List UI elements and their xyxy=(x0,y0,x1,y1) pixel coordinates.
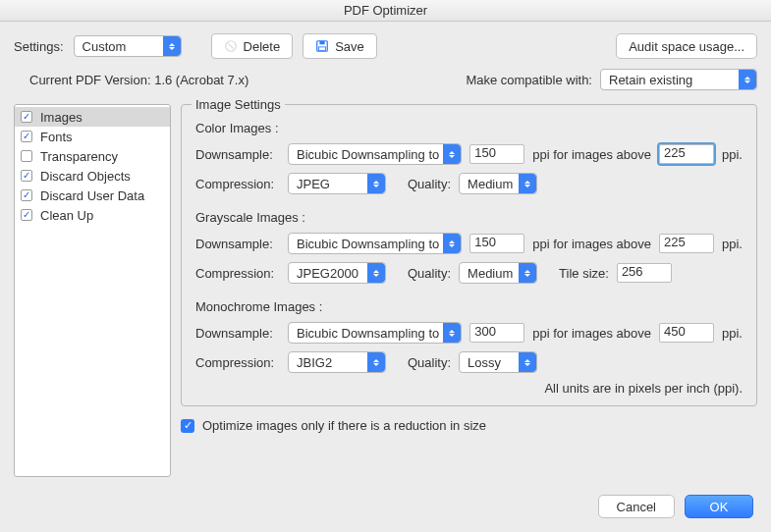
color-downsample-select[interactable]: Bicubic Downsampling to xyxy=(288,143,462,165)
sidebar-item-label: Transparency xyxy=(40,149,118,164)
chevron-updown-icon xyxy=(367,263,385,283)
mono-quality-select[interactable]: Lossy xyxy=(459,351,537,373)
ppi-above-label: ppi for images above xyxy=(532,237,651,251)
svg-line-1 xyxy=(228,43,233,48)
window-title: PDF Optimizer xyxy=(0,0,771,22)
save-icon xyxy=(315,39,329,53)
sidebar-checkbox[interactable] xyxy=(21,170,32,182)
category-sidebar: ImagesFontsTransparencyDiscard ObjectsDi… xyxy=(14,104,171,477)
compression-label: Compression: xyxy=(195,177,280,191)
chevron-updown-icon xyxy=(443,323,461,343)
settings-value: Custom xyxy=(83,39,127,54)
ppi-suffix: ppi. xyxy=(722,237,743,251)
tile-size-label: Tile size: xyxy=(559,266,609,281)
quality-label: Quality: xyxy=(408,355,451,370)
ok-button[interactable]: OK xyxy=(685,495,753,518)
gray-tile-input[interactable]: 256 xyxy=(617,263,672,283)
compat-label: Make compatible with: xyxy=(466,73,592,87)
mono-compression-select[interactable]: JBIG2 xyxy=(288,351,386,373)
delete-button[interactable]: Delete xyxy=(211,33,294,59)
sidebar-item-transparency[interactable]: Transparency xyxy=(15,146,170,166)
sidebar-item-label: Images xyxy=(40,110,83,125)
mono-images-title: Monochrome Images : xyxy=(195,299,743,314)
chevron-updown-icon xyxy=(519,263,536,283)
chevron-updown-icon xyxy=(519,174,536,193)
ppi-suffix: ppi. xyxy=(722,326,743,341)
sidebar-item-clean-up[interactable]: Clean Up xyxy=(15,205,170,225)
quality-label: Quality: xyxy=(408,266,451,281)
settings-label: Settings: xyxy=(14,39,64,54)
compat-select[interactable]: Retain existing xyxy=(600,69,757,90)
sidebar-checkbox[interactable] xyxy=(21,131,32,142)
save-label: Save xyxy=(335,39,364,54)
compression-label: Compression: xyxy=(195,355,280,370)
sidebar-item-label: Discard User Data xyxy=(40,188,144,203)
ppi-suffix: ppi. xyxy=(722,147,743,162)
sidebar-checkbox[interactable] xyxy=(21,150,32,162)
color-ppi-input[interactable]: 150 xyxy=(469,144,524,164)
audit-label: Audit space usage... xyxy=(629,39,744,54)
color-quality-select[interactable]: Medium xyxy=(459,173,537,194)
sidebar-item-fonts[interactable]: Fonts xyxy=(15,127,170,146)
gray-downsample-select[interactable]: Bicubic Downsampling to xyxy=(288,233,462,254)
chevron-updown-icon xyxy=(519,352,536,372)
compat-value: Retain existing xyxy=(609,73,692,87)
chevron-updown-icon xyxy=(367,352,385,372)
sidebar-item-images[interactable]: Images xyxy=(15,107,170,127)
sidebar-checkbox[interactable] xyxy=(21,209,32,221)
ppi-above-label: ppi for images above xyxy=(532,326,651,341)
units-note: All units are in pixels per inch (ppi). xyxy=(195,381,743,396)
settings-select[interactable]: Custom xyxy=(74,35,182,57)
quality-label: Quality: xyxy=(408,177,451,191)
sidebar-item-discard-user-data[interactable]: Discard User Data xyxy=(15,186,170,205)
delete-icon xyxy=(224,39,238,53)
cancel-button[interactable]: Cancel xyxy=(598,495,675,518)
sidebar-item-label: Clean Up xyxy=(40,208,93,223)
chevron-updown-icon xyxy=(367,174,385,193)
downsample-label: Downsample: xyxy=(195,237,280,251)
svg-rect-3 xyxy=(320,41,325,45)
image-settings-legend: Image Settings xyxy=(192,97,285,112)
compression-label: Compression: xyxy=(195,266,280,281)
gray-ppi-input[interactable]: 150 xyxy=(469,234,524,253)
sidebar-item-discard-objects[interactable]: Discard Objects xyxy=(15,166,170,186)
downsample-label: Downsample: xyxy=(195,147,280,162)
optimize-checkbox[interactable] xyxy=(181,419,194,433)
chevron-updown-icon xyxy=(443,144,461,164)
ppi-above-label: ppi for images above xyxy=(532,147,651,162)
mono-downsample-select[interactable]: Bicubic Downsampling to xyxy=(288,322,462,344)
sidebar-item-label: Fonts xyxy=(40,130,73,144)
mono-above-input[interactable]: 450 xyxy=(659,323,714,343)
mono-ppi-input[interactable]: 300 xyxy=(469,323,524,343)
gray-compression-select[interactable]: JPEG2000 xyxy=(288,262,386,284)
optimize-label: Optimize images only if there is a reduc… xyxy=(202,418,486,433)
color-above-input[interactable]: 225 xyxy=(659,144,714,164)
chevron-updown-icon xyxy=(443,234,461,253)
image-settings-group: Image Settings Color Images : Downsample… xyxy=(181,104,757,406)
sidebar-checkbox[interactable] xyxy=(21,111,32,123)
chevron-updown-icon xyxy=(739,70,756,89)
sidebar-item-label: Discard Objects xyxy=(40,169,131,184)
chevron-updown-icon xyxy=(163,36,181,56)
sidebar-checkbox[interactable] xyxy=(21,189,32,201)
gray-quality-select[interactable]: Medium xyxy=(459,262,537,284)
save-button[interactable]: Save xyxy=(303,33,377,59)
gray-above-input[interactable]: 225 xyxy=(659,234,714,253)
audit-button[interactable]: Audit space usage... xyxy=(616,33,757,59)
delete-label: Delete xyxy=(244,39,281,54)
svg-rect-4 xyxy=(319,47,326,51)
current-version-text: Current PDF Version: 1.6 (Acrobat 7.x) xyxy=(14,73,248,87)
gray-images-title: Grayscale Images : xyxy=(195,210,743,225)
downsample-label: Downsample: xyxy=(195,326,280,341)
color-images-title: Color Images : xyxy=(195,121,743,135)
color-compression-select[interactable]: JPEG xyxy=(288,173,386,194)
